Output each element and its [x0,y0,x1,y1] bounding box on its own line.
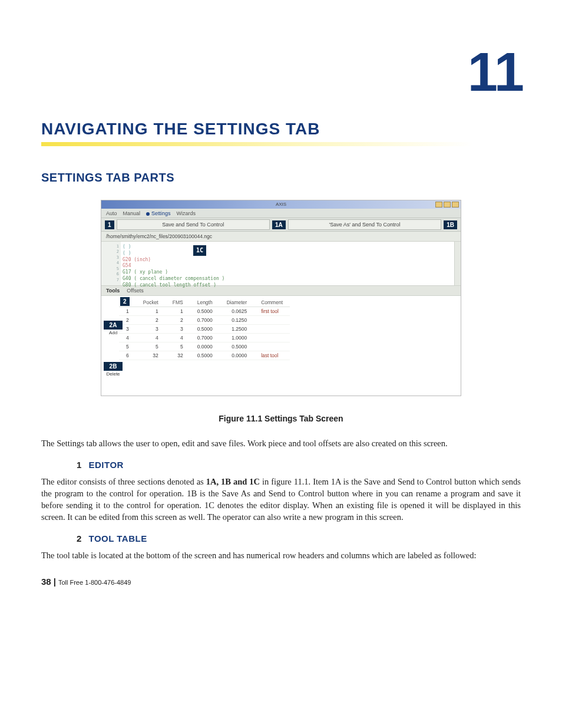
code-line: ( ) [123,244,456,251]
add-label: Add [109,330,117,335]
code-line: G17 ( xy plane ) [123,269,456,276]
tab-wizards[interactable]: Wizards [177,210,196,216]
subheading-tooltable: 2 TOOL TABLE [77,533,521,543]
callout-2b: 2B [104,362,123,371]
code-line: G20 (inch) [123,257,456,263]
tab-manual[interactable]: Manual [123,210,141,216]
figure-caption: Figure 11.1 Settings Tab Screen [41,414,521,423]
main-tabs: Auto Manual Settings Wizards [101,209,461,218]
callout-2b-group: 2B Delete [104,362,123,377]
col-pocket: Pocket [136,298,166,307]
section-heading: SETTINGS TAB PARTS [41,171,521,185]
callout-1: 1 [105,220,114,229]
sub-title-1: EDITOR [89,460,124,470]
sub-num-1: 1 [77,460,81,470]
page-number: 38 [41,577,51,587]
footer-text: Toll Free 1-800-476-4849 [58,579,131,586]
col-diameter: Diameter [220,298,254,307]
code-line: ( ) [123,251,456,257]
code-line: G80 ( cancel tool length offset ) [123,282,456,289]
table-row[interactable]: 1110.50000.0625first tool [119,307,290,316]
col-length: Length [190,298,220,307]
sub-num-2: 2 [77,533,81,543]
table-row[interactable]: 2220.70000.1250 [119,316,290,325]
editor-button-row: 1 Save and Send To Control 1A 'Save As' … [101,218,461,232]
callout-1a: 1A [272,220,286,229]
editor-display[interactable]: 1234567 1C ( ) ( ) G20 (inch) G54 G17 ( … [101,242,461,286]
tool-table-area: 2 2A Add 2B Delete Pocket FMS Length Dia… [101,296,461,396]
footer-divider: | [54,577,56,587]
table-row[interactable]: 4440.70001.0000 [119,334,290,342]
callout-2a: 2A [104,321,123,330]
col-fms: FMS [166,298,190,307]
editor-para-a: The editor consists of three sections de… [41,477,206,486]
file-path: /home/smithy/emc2/nc_files/200903100044.… [101,232,461,242]
window-title: AXIS [276,202,286,207]
editor-paragraph: The editor consists of three sections de… [41,476,521,523]
callout-1b: 1B [444,220,457,229]
figure-screenshot: AXIS Auto Manual Settings Wizards 1 Save… [101,200,461,396]
chapter-title: NAVIGATING THE SETTINGS TAB [41,120,521,139]
saveas-send-button[interactable]: 'Save As' and Send To Control [288,219,441,230]
editor-para-bold: 1A, 1B and 1C [206,477,260,486]
window-titlebar: AXIS [101,200,461,209]
chapter-number: 11 [41,41,521,103]
tooltable-paragraph: The tool table is located at the bottom … [41,549,521,561]
editor-scrollbar[interactable] [454,242,461,285]
subheading-editor: 1 EDITOR [77,460,521,470]
callout-1c: 1C [193,245,206,256]
tab-auto[interactable]: Auto [106,210,117,216]
delete-label: Delete [106,371,120,377]
tab-tools[interactable]: Tools [106,288,120,294]
col-comment: Comment [254,298,290,307]
code-line: G40 ( cancel diameter compensation ) [123,276,456,282]
sub-title-2: TOOL TABLE [89,533,147,543]
tab-settings[interactable]: Settings [146,210,171,216]
tool-table: Pocket FMS Length Diameter Comment 1110.… [119,298,290,360]
save-send-button[interactable]: Save and Send To Control [117,219,270,230]
table-row[interactable]: 632320.50000.0000last tool [119,351,290,360]
page-footer: 38|Toll Free 1-800-476-4849 [41,577,521,587]
intro-paragraph: The Settings tab allows the user to open… [41,437,521,449]
title-rule [41,142,521,146]
table-row[interactable]: 5550.00000.5000 [119,342,290,351]
line-gutter: 1234567 [101,242,121,285]
code-line: G54 [123,263,456,269]
callout-2: 2 [120,297,130,306]
callout-2a-group: 2A Add [104,321,123,335]
table-row[interactable]: 3330.50001.2500 [119,325,290,334]
window-buttons [435,202,459,207]
table-header-row: Pocket FMS Length Diameter Comment [119,298,290,307]
